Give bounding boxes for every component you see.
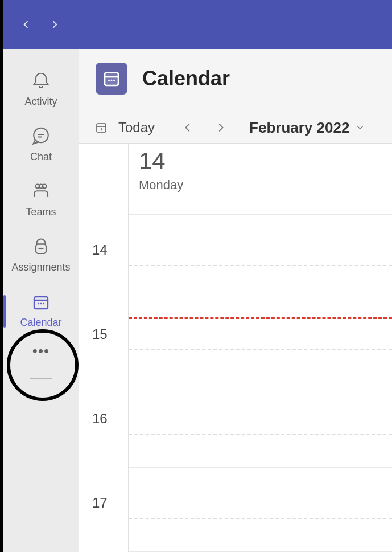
svg-point-12 — [111, 80, 113, 81]
month-label: February 2022 — [249, 119, 349, 137]
calendar-icon — [30, 291, 52, 313]
month-picker[interactable]: February 2022 — [249, 119, 365, 137]
page-header: Calendar — [79, 49, 392, 112]
page-title: Calendar — [142, 67, 230, 91]
svg-point-3 — [39, 185, 43, 189]
svg-rect-5 — [34, 297, 48, 309]
sidebar-item-calendar[interactable]: Calendar — [3, 284, 79, 339]
day-slots[interactable] — [129, 193, 392, 552]
time-gutter-header — [79, 144, 129, 193]
time-slot[interactable] — [129, 299, 392, 383]
nav-forward-button[interactable] — [49, 19, 60, 30]
teams-icon — [30, 180, 52, 203]
svg-point-8 — [43, 303, 44, 305]
day-number: 14 — [139, 149, 392, 173]
day-column-header[interactable]: 14 Monday — [129, 144, 392, 193]
sidebar-item-label: Chat — [30, 151, 52, 163]
hour-label: 15 — [92, 326, 108, 342]
chevron-down-icon — [355, 122, 365, 133]
sidebar-item-activity[interactable]: Activity — [3, 63, 79, 118]
today-icon[interactable] — [94, 121, 108, 134]
calendar-toolbar: Today February 2022 — [79, 112, 392, 144]
more-apps-button[interactable]: ••• — [32, 342, 49, 360]
sidebar-item-label: Assignments — [11, 261, 70, 273]
svg-point-13 — [113, 80, 115, 81]
main-area: Calendar Today February 2022 — [79, 49, 392, 552]
svg-point-0 — [34, 128, 48, 143]
time-slot[interactable] — [129, 193, 392, 215]
time-slot[interactable] — [129, 215, 392, 299]
today-button[interactable]: Today — [118, 120, 155, 136]
svg-point-11 — [108, 80, 110, 81]
calendar-badge-icon — [96, 63, 127, 95]
sidebar-item-label: Calendar — [20, 317, 61, 329]
hour-label: 17 — [92, 495, 108, 511]
annotation-circle — [7, 329, 79, 401]
sidebar-item-teams[interactable]: Teams — [3, 173, 79, 228]
day-name: Monday — [139, 178, 392, 193]
svg-rect-9 — [105, 73, 118, 86]
hour-label: 16 — [92, 411, 108, 427]
bell-icon — [30, 69, 52, 92]
time-gutter: 14 15 16 17 — [79, 193, 129, 552]
current-time-indicator — [129, 317, 392, 319]
time-slot[interactable] — [129, 468, 392, 552]
day-header: 14 Monday — [79, 144, 392, 193]
sidebar-item-assignments[interactable]: Assignments — [3, 228, 79, 284]
chat-icon — [30, 125, 52, 148]
svg-point-7 — [40, 303, 42, 305]
next-period-button[interactable] — [208, 115, 233, 140]
svg-point-6 — [38, 303, 39, 305]
title-bar — [3, 0, 392, 49]
sidebar-divider — [30, 378, 52, 379]
sidebar-item-chat[interactable]: Chat — [3, 118, 79, 173]
nav-back-button[interactable] — [20, 19, 32, 30]
sidebar-item-label: Activity — [24, 96, 57, 108]
hour-label: 14 — [92, 242, 108, 258]
prev-period-button[interactable] — [175, 115, 200, 140]
time-slot[interactable] — [129, 383, 392, 468]
app-sidebar: Activity Chat Teams — [3, 49, 79, 552]
calendar-grid: 14 15 16 17 — [79, 193, 392, 552]
backpack-icon — [30, 235, 52, 258]
sidebar-item-label: Teams — [26, 206, 56, 218]
